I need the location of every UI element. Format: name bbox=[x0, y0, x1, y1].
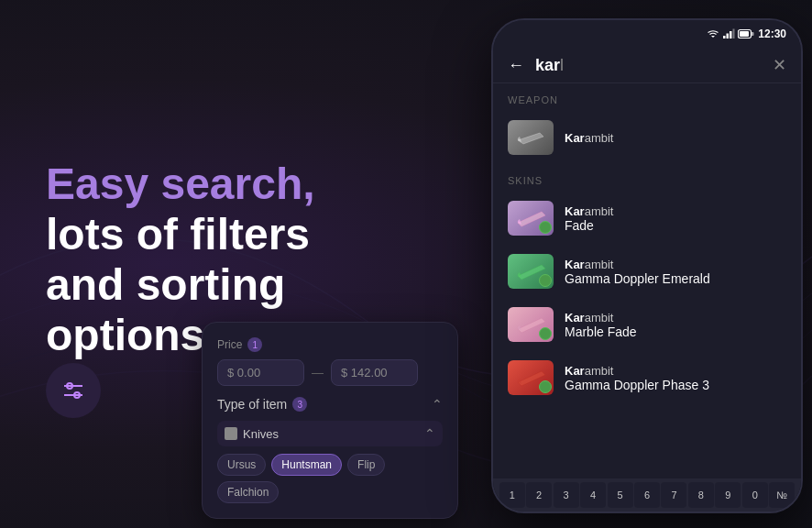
clear-button[interactable]: ✕ bbox=[773, 55, 786, 75]
search-highlight: kar bbox=[535, 56, 560, 74]
kb-key-3[interactable]: 3 bbox=[554, 482, 579, 508]
svg-rect-6 bbox=[727, 34, 730, 39]
status-icons bbox=[707, 28, 754, 39]
knives-left: Knives bbox=[225, 427, 279, 441]
kb-key-4[interactable]: 4 bbox=[580, 482, 606, 508]
status-time: 12:30 bbox=[758, 28, 786, 40]
svg-rect-5 bbox=[723, 36, 726, 38]
wifi-icon bbox=[707, 28, 719, 39]
type-header-left: Type of item 3 bbox=[217, 397, 307, 412]
skin-coin-phase3 bbox=[539, 380, 552, 393]
result-thumb-fade bbox=[508, 201, 554, 236]
svg-rect-11 bbox=[740, 31, 749, 37]
result-item-phase3[interactable]: Karambit Gamma Doppler Phase 3 bbox=[493, 351, 801, 404]
price-separator: — bbox=[312, 366, 324, 380]
skins-section-label: SKINS bbox=[493, 164, 801, 192]
knives-chevron-icon: ⌃ bbox=[424, 426, 435, 441]
kb-key-0[interactable]: 0 bbox=[742, 482, 768, 508]
kb-key-num[interactable]: № bbox=[769, 482, 795, 508]
result-item-gamma[interactable]: Karambit Gamma Doppler Emerald bbox=[493, 245, 801, 298]
price-badge: 1 bbox=[247, 337, 262, 352]
svg-rect-7 bbox=[730, 31, 732, 38]
knives-label: Knives bbox=[243, 427, 279, 441]
phone-frame: 12:30 ← karl ✕ WEAPON Karambit bbox=[491, 18, 803, 513]
result-item-fade[interactable]: Karambit Fade bbox=[493, 192, 801, 245]
search-bar: ← karl ✕ bbox=[493, 48, 801, 83]
result-item-karambit-weapon[interactable]: Karambit bbox=[493, 111, 801, 164]
type-label: Type of item bbox=[217, 397, 287, 412]
keyboard-row: 1 2 3 4 5 6 7 8 9 0 № bbox=[493, 478, 801, 512]
results-container: WEAPON Karambit SKINS bbox=[493, 83, 801, 501]
result-item-marble[interactable]: Karambit Marble Fade bbox=[493, 298, 801, 351]
result-name-weapon: Karambit bbox=[565, 131, 786, 145]
knives-row[interactable]: Knives ⌃ bbox=[217, 421, 443, 446]
result-name-top-marble: Karambit bbox=[565, 311, 786, 324]
result-name-bottom-fade: Fade bbox=[565, 218, 786, 233]
result-name-bottom-marble: Marble Fade bbox=[565, 324, 786, 339]
price-from-input[interactable]: $ 0.00 bbox=[217, 359, 304, 386]
price-label: Price bbox=[217, 338, 242, 351]
kb-key-8[interactable]: 8 bbox=[688, 482, 714, 508]
tag-huntsman[interactable]: Huntsman bbox=[271, 454, 342, 476]
search-rest: l bbox=[560, 56, 564, 74]
chevron-up-icon: ⌃ bbox=[432, 397, 443, 412]
kb-key-7[interactable]: 7 bbox=[661, 482, 686, 508]
svg-rect-10 bbox=[752, 32, 754, 36]
search-text[interactable]: karl bbox=[535, 56, 762, 75]
result-thumb-gamma bbox=[508, 254, 554, 289]
result-name-bottom-phase3: Gamma Doppler Phase 3 bbox=[565, 378, 786, 392]
knife-subtags: Ursus Huntsman Flip Falchion bbox=[217, 454, 443, 503]
kb-key-1[interactable]: 1 bbox=[499, 482, 525, 508]
svg-rect-8 bbox=[733, 29, 735, 39]
weapon-section-label: WEAPON bbox=[493, 83, 801, 111]
status-bar: 12:30 bbox=[493, 20, 801, 48]
result-name-bottom-gamma: Gamma Doppler Emerald bbox=[565, 271, 786, 286]
skin-coin-marble bbox=[539, 327, 552, 340]
tag-ursus[interactable]: Ursus bbox=[217, 454, 266, 476]
back-button[interactable]: ← bbox=[508, 56, 524, 75]
filter-sliders-icon bbox=[60, 380, 86, 401]
skin-coin-fade bbox=[539, 221, 552, 234]
type-badge: 3 bbox=[292, 397, 307, 412]
result-thumb-weapon bbox=[508, 120, 554, 155]
tag-falchion[interactable]: Falchion bbox=[217, 481, 279, 503]
headline-accent: Easy search, bbox=[46, 160, 315, 208]
result-name-top-gamma: Karambit bbox=[565, 258, 786, 271]
result-info-phase3: Karambit Gamma Doppler Phase 3 bbox=[565, 364, 786, 392]
filter-card: Price 1 $ 0.00 — $ 142.00 Type of item 3… bbox=[202, 322, 458, 519]
headline-line3: and sorting bbox=[46, 260, 285, 309]
filter-icon-widget[interactable] bbox=[46, 363, 101, 418]
kb-key-2[interactable]: 2 bbox=[526, 482, 552, 508]
result-info-marble: Karambit Marble Fade bbox=[565, 311, 786, 339]
result-info-gamma: Karambit Gamma Doppler Emerald bbox=[565, 258, 786, 286]
price-to-input[interactable]: $ 142.00 bbox=[331, 359, 418, 386]
result-info-fade: Karambit Fade bbox=[565, 204, 786, 233]
signal-icon bbox=[722, 28, 735, 39]
result-thumb-marble bbox=[508, 307, 554, 342]
headline-line4: options bbox=[46, 311, 204, 359]
kb-key-9[interactable]: 9 bbox=[715, 482, 741, 508]
knife-icon bbox=[225, 427, 237, 440]
battery-icon bbox=[738, 28, 754, 39]
result-thumb-phase3 bbox=[508, 360, 554, 395]
price-row: $ 0.00 — $ 142.00 bbox=[217, 359, 443, 386]
result-info-weapon: Karambit bbox=[565, 131, 786, 145]
result-name-top-phase3: Karambit bbox=[565, 364, 786, 378]
kb-key-5[interactable]: 5 bbox=[608, 482, 633, 508]
result-name-top-fade: Karambit bbox=[565, 204, 786, 218]
svg-marker-4 bbox=[711, 36, 715, 38]
tag-flip[interactable]: Flip bbox=[347, 454, 385, 476]
price-section-label: Price 1 bbox=[217, 337, 443, 352]
kb-key-6[interactable]: 6 bbox=[634, 482, 660, 508]
headline-line2: lots of filters bbox=[46, 210, 310, 258]
weapon-thumb-img bbox=[514, 126, 547, 149]
skin-coin-gamma bbox=[539, 274, 552, 287]
type-of-item-header[interactable]: Type of item 3 ⌃ bbox=[217, 397, 443, 412]
